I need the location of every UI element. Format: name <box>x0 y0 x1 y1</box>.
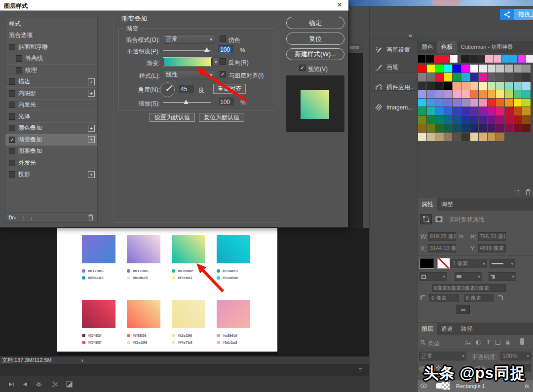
status-chevron-icon[interactable]: › <box>81 357 83 364</box>
add-effect-plus-icon[interactable]: + <box>88 125 95 132</box>
swatch-cell[interactable] <box>453 124 461 132</box>
height-field[interactable]: 766.33 像素 <box>478 232 506 241</box>
recent-swatch[interactable] <box>426 55 433 63</box>
style-list-item-5[interactable]: 纹理 <box>5 65 97 76</box>
swatch-cell[interactable] <box>522 82 531 90</box>
swatch-cell[interactable] <box>435 65 444 72</box>
swatch-cell[interactable] <box>427 124 435 132</box>
scissors-icon[interactable] <box>52 381 59 388</box>
swatch-cell[interactable] <box>435 90 444 98</box>
swatch-cell[interactable] <box>488 65 496 72</box>
swatch-cell[interactable] <box>418 82 426 90</box>
swatch-cell[interactable] <box>522 65 531 72</box>
style-item-checkbox[interactable] <box>9 44 15 50</box>
tab-adjustments[interactable]: 调整 <box>437 198 457 211</box>
swatch-cell[interactable] <box>470 82 479 90</box>
swatch-cell[interactable] <box>418 107 426 115</box>
step-back-icon[interactable] <box>22 381 28 388</box>
swatch-cell[interactable] <box>461 124 470 132</box>
swatch-cell[interactable] <box>522 107 531 115</box>
scale-slider[interactable] <box>163 99 211 107</box>
style-item-checkbox[interactable] <box>9 113 15 120</box>
swatch-cell[interactable] <box>479 116 487 124</box>
style-item-checkbox[interactable] <box>16 67 22 73</box>
swatch-cell[interactable] <box>427 82 435 90</box>
swatch-cell[interactable] <box>505 65 513 72</box>
swatch-cell[interactable] <box>522 99 531 107</box>
swatch-cell[interactable] <box>435 133 444 141</box>
swatch-cell[interactable] <box>461 99 470 107</box>
style-list-item-10[interactable]: 颜色叠加+ <box>5 123 97 135</box>
swatch-cell[interactable] <box>470 90 479 98</box>
swatch-cell[interactable] <box>470 107 479 115</box>
add-effect-plus-icon[interactable]: + <box>88 136 95 143</box>
new-swatch-icon[interactable] <box>513 189 520 196</box>
swatch-cell[interactable] <box>522 73 531 81</box>
recent-swatch[interactable] <box>469 55 477 63</box>
swatch-cell[interactable] <box>444 107 453 115</box>
swatch-cell[interactable] <box>479 124 487 132</box>
fx-menu-button[interactable]: ​fx▾ <box>8 214 16 221</box>
swatch-cell[interactable] <box>427 73 435 81</box>
recent-swatch[interactable] <box>494 55 501 63</box>
swatch-cell[interactable] <box>505 116 513 124</box>
swatch-cell[interactable] <box>453 73 461 81</box>
filter-type-icon[interactable]: T <box>487 339 490 346</box>
swatch-cell[interactable] <box>453 82 461 90</box>
swatch-cell[interactable] <box>427 107 435 115</box>
style-list-item-12[interactable]: 图案叠加 <box>5 146 97 158</box>
swatch-cell[interactable] <box>522 90 531 98</box>
swatch-cell[interactable] <box>470 65 479 72</box>
swatch-cell[interactable] <box>514 73 522 81</box>
dialog-title-bar[interactable]: 图层样式 × <box>0 0 348 11</box>
style-list-item-9[interactable]: 光泽 <box>5 111 97 123</box>
style-item-checkbox[interactable] <box>16 55 22 62</box>
swatch-cell[interactable] <box>514 90 522 98</box>
dock-item-3[interactable]: 插件应用.. <box>370 81 417 94</box>
reset-align-button[interactable]: 重置对齐 <box>213 84 246 94</box>
swatch-cell[interactable] <box>461 107 470 115</box>
recent-swatch[interactable] <box>450 55 457 63</box>
style-list-item-14[interactable]: 投影+ <box>5 169 97 181</box>
recent-swatch[interactable] <box>461 55 468 63</box>
panel-menu-icon[interactable]: ≡ <box>358 366 362 374</box>
swatch-cell[interactable] <box>514 116 522 124</box>
swatch-cell[interactable] <box>479 107 487 115</box>
filter-toggle-switch[interactable] <box>520 338 524 345</box>
new-style-button[interactable]: 新建样式(W)... <box>286 48 344 60</box>
swatch-cell[interactable] <box>496 133 504 141</box>
collapse-panels-icon[interactable]: « <box>409 32 412 39</box>
style-list-item-1[interactable]: 样式 <box>5 18 97 30</box>
netdisk-drag-button[interactable]: 拖拽上 <box>500 9 533 20</box>
swatch-cell[interactable] <box>496 107 504 115</box>
style-list-item-6[interactable]: 描边+ <box>5 76 97 88</box>
swatch-cell[interactable] <box>488 124 496 132</box>
swatch-cell[interactable] <box>514 82 522 90</box>
tab-properties[interactable]: 属性 <box>418 198 437 211</box>
swatch-cell[interactable] <box>418 90 426 98</box>
gradient-picker-arrow[interactable]: ▾ <box>212 57 220 67</box>
style-list-item-8[interactable]: 内发光 <box>5 100 97 111</box>
swatch-cell[interactable] <box>479 73 487 81</box>
swatch-cell[interactable] <box>479 133 487 141</box>
width-field[interactable]: 919.28 像素 <box>428 232 456 241</box>
swatch-cell[interactable] <box>418 65 426 72</box>
live-shape-transform-icon[interactable] <box>420 214 432 224</box>
swatch-cell[interactable] <box>470 73 479 81</box>
swatch-cell[interactable] <box>488 90 496 98</box>
add-effect-plus-icon[interactable]: + <box>88 171 95 178</box>
angle-dial[interactable] <box>160 82 175 97</box>
swatch-cell[interactable] <box>522 124 531 132</box>
swatch-cell[interactable] <box>444 99 453 107</box>
swatch-cell[interactable] <box>479 82 487 90</box>
recent-swatch[interactable] <box>485 55 493 63</box>
swatch-cell[interactable] <box>427 133 435 141</box>
swatch-cell[interactable] <box>496 73 504 81</box>
desktop-pink-button[interactable] <box>432 0 460 5</box>
swatch-cell[interactable] <box>435 107 444 115</box>
add-effect-plus-icon[interactable]: + <box>88 90 95 97</box>
swatch-cell[interactable] <box>418 124 426 132</box>
swatch-cell[interactable] <box>514 65 522 72</box>
swatch-cell[interactable] <box>461 116 470 124</box>
link-radii-button[interactable]: ∞ <box>457 305 470 314</box>
